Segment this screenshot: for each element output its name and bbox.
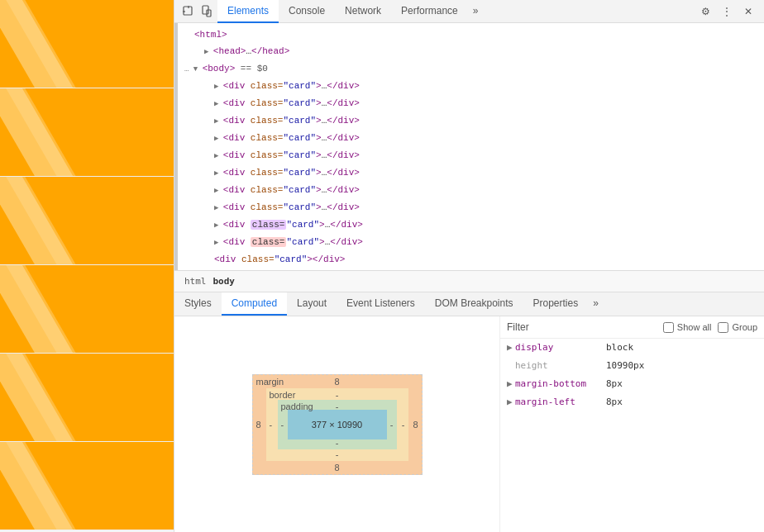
scroll-indicator: [174, 23, 178, 270]
prop-margin-bottom-name: margin-bottom: [515, 377, 606, 392]
border-bottom-value: -: [336, 449, 339, 459]
card-preview-4: [0, 265, 174, 354]
margin-box: margin 8 8 8 border - - - padding -: [252, 374, 423, 475]
dom-line-card-7[interactable]: ▶ <div class="card">…</div>: [181, 182, 764, 199]
panel-content: margin 8 8 8 border - - - padding -: [174, 316, 764, 532]
prop-margin-bottom-value: 8px: [606, 377, 623, 392]
dom-line-body[interactable]: … ▼ <body> == $0: [181, 60, 764, 78]
tab-panel-more[interactable]: »: [588, 292, 604, 316]
dom-line-card-5[interactable]: ▶ <div class="card">…</div>: [181, 147, 764, 164]
margin-left-value: 8: [256, 420, 261, 430]
dom-line-card-4[interactable]: ▶ <div class="card">…</div>: [181, 130, 764, 147]
svg-rect-0: [184, 7, 192, 15]
card-preview-5: [0, 354, 174, 442]
border-box: border - - - padding - - - 377 × 10990 -: [266, 388, 408, 461]
close-icon[interactable]: ✕: [739, 2, 757, 21]
prop-margin-left[interactable]: ▶ margin-left 8px: [500, 393, 764, 411]
dom-line-card-12[interactable]: <div class="card">…</div>: [181, 268, 764, 271]
padding-right-value: -: [390, 420, 394, 430]
dom-line-card-11[interactable]: <div class="card"></div>: [181, 251, 764, 268]
padding-label: padding: [281, 401, 313, 411]
dom-line-card-3[interactable]: ▶ <div class="card">…</div>: [181, 112, 764, 130]
tab-more[interactable]: »: [468, 0, 484, 23]
dom-line-card-9[interactable]: ▶ <div class="card">…</div>: [181, 216, 764, 234]
dom-line-card-6[interactable]: ▶ <div class="card">…</div>: [181, 164, 764, 182]
prop-margin-left-name: margin-left: [515, 395, 606, 410]
dom-line-card-8[interactable]: ▶ <div class="card">…</div>: [181, 199, 764, 216]
border-top-value: -: [336, 390, 339, 400]
padding-top-value: -: [336, 401, 339, 411]
prop-display-name: display: [515, 340, 606, 355]
box-model-diagram: margin 8 8 8 border - - - padding -: [252, 374, 423, 475]
dom-content: <html> ▶ <head>…</head> … ▼ <body> == $0…: [181, 23, 764, 271]
dom-line-card-1[interactable]: ▶ <div class="card">…</div>: [181, 78, 764, 95]
margin-bottom-value: 8: [334, 463, 339, 473]
show-all-label: Show all: [677, 322, 712, 332]
border-left-value: -: [270, 420, 273, 430]
padding-left-value: -: [281, 420, 284, 430]
computed-props-panel: Filter Show all Group ▶ display block: [499, 316, 764, 532]
tab-computed[interactable]: Computed: [222, 292, 287, 316]
tab-event-listeners[interactable]: Event Listeners: [337, 292, 425, 316]
prop-display-value: block: [606, 340, 633, 355]
tab-dom-breakpoints[interactable]: DOM Breakpoints: [425, 292, 523, 316]
device-toggle-icon[interactable]: [199, 4, 214, 19]
dom-line-card-2[interactable]: ▶ <div class="card">…</div>: [181, 95, 764, 112]
content-box: 377 × 10990: [288, 410, 387, 439]
margin-label: margin: [256, 377, 284, 387]
prop-height-triangle: [507, 359, 515, 373]
dom-tree-panel[interactable]: <html> ▶ <head>…</head> … ▼ <body> == $0…: [174, 23, 764, 271]
tab-layout[interactable]: Layout: [287, 292, 337, 316]
prop-display[interactable]: ▶ display block: [500, 339, 764, 357]
breadcrumb-bar: html body: [174, 271, 764, 292]
bottom-panel: Styles Computed Layout Event Listeners D…: [174, 292, 764, 532]
panel-tabs: Styles Computed Layout Event Listeners D…: [174, 292, 764, 316]
dom-line-html[interactable]: <html>: [181, 26, 764, 43]
tab-console[interactable]: Console: [279, 0, 335, 23]
devtools-toolbar: Elements Console Network Performance » ⚙…: [174, 0, 764, 23]
prop-margin-left-value: 8px: [606, 395, 623, 410]
breadcrumb-body[interactable]: body: [210, 274, 239, 288]
tab-properties[interactable]: Properties: [523, 292, 589, 316]
show-all-checkbox[interactable]: Show all: [663, 322, 712, 333]
border-right-value: -: [402, 420, 405, 430]
group-input[interactable]: [718, 322, 728, 333]
prop-margin-left-triangle[interactable]: ▶: [507, 395, 515, 410]
more-options-icon[interactable]: ⋮: [718, 2, 736, 21]
prop-margin-bottom-triangle[interactable]: ▶: [507, 377, 515, 392]
tab-styles[interactable]: Styles: [174, 292, 222, 316]
dom-line-card-10[interactable]: ▶ <div class="card">…</div>: [181, 234, 764, 251]
group-checkbox[interactable]: Group: [718, 322, 757, 333]
breadcrumb-html[interactable]: html: [181, 274, 210, 288]
box-model-area: margin 8 8 8 border - - - padding -: [174, 316, 499, 532]
tab-network[interactable]: Network: [335, 0, 391, 23]
padding-bottom-value: -: [336, 438, 339, 448]
filter-bar: Filter Show all Group: [500, 316, 764, 339]
prop-margin-bottom[interactable]: ▶ margin-bottom 8px: [500, 375, 764, 393]
show-all-input[interactable]: [663, 322, 674, 333]
devtools-panel: Elements Console Network Performance » ⚙…: [174, 0, 764, 532]
prop-height: height 10990px: [500, 357, 764, 375]
prop-height-name: height: [515, 359, 606, 373]
card-previews-panel: [0, 0, 174, 532]
margin-top-value: 8: [334, 377, 339, 387]
dom-line-head[interactable]: ▶ <head>…</head>: [181, 43, 764, 60]
tab-performance[interactable]: Performance: [391, 0, 468, 23]
card-preview-3: [0, 177, 174, 265]
devtools-tabs: Elements Console Network Performance »: [217, 0, 696, 23]
margin-right-value: 8: [413, 420, 418, 430]
card-preview-6: [0, 442, 174, 530]
toolbar-actions: ⚙ ⋮ ✕: [696, 2, 757, 21]
inspect-icon[interactable]: [181, 4, 196, 19]
group-label: Group: [732, 322, 757, 332]
card-preview-1: [0, 0, 174, 88]
padding-box: padding - - - 377 × 10990 -: [278, 400, 397, 449]
filter-label: Filter: [507, 321, 529, 333]
card-preview-2: [0, 88, 174, 177]
border-label: border: [270, 390, 296, 400]
prop-display-triangle[interactable]: ▶: [507, 340, 515, 355]
settings-icon[interactable]: ⚙: [696, 2, 714, 21]
prop-height-value: 10990px: [606, 359, 644, 373]
tab-elements[interactable]: Elements: [217, 0, 279, 23]
